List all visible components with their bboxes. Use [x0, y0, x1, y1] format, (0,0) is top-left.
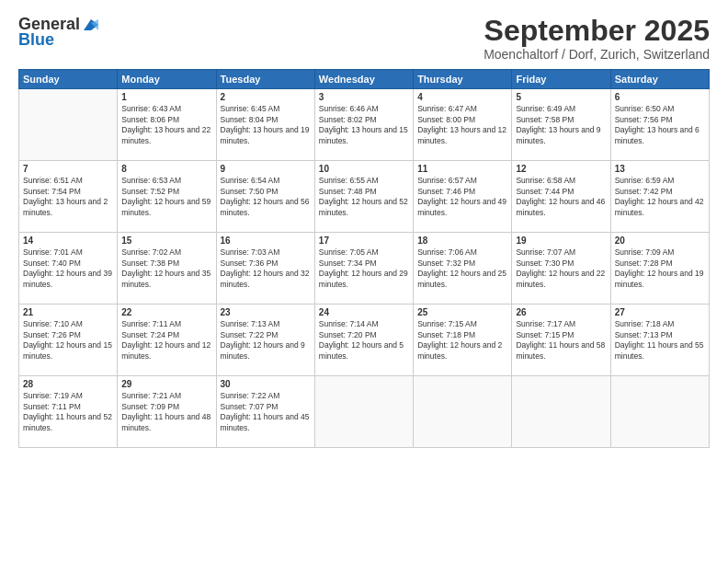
day-cell: 12Sunrise: 6:58 AMSunset: 7:44 PMDayligh… — [512, 161, 610, 233]
day-detail: Sunrise: 7:06 AMSunset: 7:32 PMDaylight:… — [417, 247, 507, 290]
day-number: 10 — [319, 164, 409, 174]
day-detail: Sunrise: 7:09 AMSunset: 7:28 PMDaylight:… — [615, 247, 705, 290]
day-number: 25 — [417, 307, 507, 317]
calendar-table: Sunday Monday Tuesday Wednesday Thursday… — [18, 69, 710, 448]
title-block: September 2025 Moenchaltorf / Dorf, Zuri… — [483, 15, 710, 62]
day-number: 6 — [615, 92, 705, 102]
day-cell: 23Sunrise: 7:13 AMSunset: 7:22 PMDayligh… — [216, 304, 314, 376]
day-cell — [19, 89, 118, 161]
day-detail: Sunrise: 6:59 AMSunset: 7:42 PMDaylight:… — [615, 176, 705, 218]
day-detail: Sunrise: 6:54 AMSunset: 7:50 PMDaylight:… — [221, 176, 311, 218]
day-cell: 3Sunrise: 6:46 AMSunset: 8:02 PMDaylight… — [314, 89, 413, 161]
day-detail: Sunrise: 6:50 AMSunset: 7:56 PMDaylight:… — [615, 104, 705, 146]
day-detail: Sunrise: 7:05 AMSunset: 7:34 PMDaylight:… — [319, 247, 409, 290]
day-detail: Sunrise: 7:11 AMSunset: 7:24 PMDaylight:… — [121, 319, 211, 362]
day-detail: Sunrise: 7:22 AMSunset: 7:07 PMDaylight:… — [221, 391, 311, 433]
day-number: 17 — [319, 236, 409, 246]
day-cell: 2Sunrise: 6:45 AMSunset: 8:04 PMDaylight… — [216, 89, 314, 161]
day-cell: 18Sunrise: 7:06 AMSunset: 7:32 PMDayligh… — [414, 233, 512, 304]
day-cell: 13Sunrise: 6:59 AMSunset: 7:42 PMDayligh… — [610, 161, 709, 233]
day-number: 24 — [319, 307, 409, 317]
day-number: 5 — [516, 92, 606, 102]
col-tuesday: Tuesday — [216, 70, 314, 89]
logo: General Blue — [18, 15, 100, 50]
day-number: 7 — [23, 164, 113, 174]
day-detail: Sunrise: 6:57 AMSunset: 7:46 PMDaylight:… — [417, 176, 507, 218]
day-cell: 5Sunrise: 6:49 AMSunset: 7:58 PMDaylight… — [512, 89, 610, 161]
col-monday: Monday — [118, 70, 216, 89]
day-number: 30 — [221, 379, 311, 389]
day-detail: Sunrise: 6:43 AMSunset: 8:06 PMDaylight:… — [121, 104, 211, 146]
day-cell: 4Sunrise: 6:47 AMSunset: 8:00 PMDaylight… — [414, 89, 512, 161]
day-cell — [512, 376, 610, 448]
day-detail: Sunrise: 7:17 AMSunset: 7:15 PMDaylight:… — [516, 319, 606, 362]
day-detail: Sunrise: 7:15 AMSunset: 7:18 PMDaylight:… — [417, 319, 507, 362]
day-cell — [314, 376, 413, 448]
day-cell: 28Sunrise: 7:19 AMSunset: 7:11 PMDayligh… — [19, 376, 118, 448]
week-row-0: 1Sunrise: 6:43 AMSunset: 8:06 PMDaylight… — [19, 89, 710, 161]
day-cell: 7Sunrise: 6:51 AMSunset: 7:54 PMDaylight… — [19, 161, 118, 233]
day-number: 16 — [221, 236, 311, 246]
day-cell: 25Sunrise: 7:15 AMSunset: 7:18 PMDayligh… — [414, 304, 512, 376]
day-number: 18 — [417, 236, 507, 246]
day-cell: 20Sunrise: 7:09 AMSunset: 7:28 PMDayligh… — [610, 233, 709, 304]
day-detail: Sunrise: 7:21 AMSunset: 7:09 PMDaylight:… — [121, 391, 211, 433]
day-cell: 24Sunrise: 7:14 AMSunset: 7:20 PMDayligh… — [314, 304, 413, 376]
day-detail: Sunrise: 7:03 AMSunset: 7:36 PMDaylight:… — [221, 247, 311, 290]
day-cell: 27Sunrise: 7:18 AMSunset: 7:13 PMDayligh… — [610, 304, 709, 376]
week-row-3: 21Sunrise: 7:10 AMSunset: 7:26 PMDayligh… — [19, 304, 710, 376]
day-cell: 21Sunrise: 7:10 AMSunset: 7:26 PMDayligh… — [19, 304, 118, 376]
day-number: 21 — [23, 307, 113, 317]
day-cell: 6Sunrise: 6:50 AMSunset: 7:56 PMDaylight… — [610, 89, 709, 161]
day-detail: Sunrise: 7:07 AMSunset: 7:30 PMDaylight:… — [516, 247, 606, 290]
day-number: 4 — [417, 92, 507, 102]
day-number: 19 — [516, 236, 606, 246]
day-number: 12 — [516, 164, 606, 174]
day-cell: 1Sunrise: 6:43 AMSunset: 8:06 PMDaylight… — [118, 89, 216, 161]
day-cell — [414, 376, 512, 448]
day-number: 14 — [23, 236, 113, 246]
header: General Blue September 2025 Moenchaltorf… — [18, 15, 710, 62]
day-number: 23 — [221, 307, 311, 317]
day-cell: 11Sunrise: 6:57 AMSunset: 7:46 PMDayligh… — [414, 161, 512, 233]
week-row-4: 28Sunrise: 7:19 AMSunset: 7:11 PMDayligh… — [19, 376, 710, 448]
day-number: 3 — [319, 92, 409, 102]
col-sunday: Sunday — [19, 70, 118, 89]
day-number: 11 — [417, 164, 507, 174]
col-saturday: Saturday — [610, 70, 709, 89]
day-detail: Sunrise: 7:18 AMSunset: 7:13 PMDaylight:… — [615, 319, 705, 362]
day-cell: 9Sunrise: 6:54 AMSunset: 7:50 PMDaylight… — [216, 161, 314, 233]
day-number: 8 — [121, 164, 211, 174]
day-number: 9 — [221, 164, 311, 174]
logo-blue: Blue — [18, 30, 54, 50]
day-number: 26 — [516, 307, 606, 317]
month-title: September 2025 — [483, 15, 710, 47]
day-number: 1 — [121, 92, 211, 102]
week-row-2: 14Sunrise: 7:01 AMSunset: 7:40 PMDayligh… — [19, 233, 710, 304]
col-thursday: Thursday — [414, 70, 512, 89]
day-detail: Sunrise: 6:46 AMSunset: 8:02 PMDaylight:… — [319, 104, 409, 146]
day-cell: 22Sunrise: 7:11 AMSunset: 7:24 PMDayligh… — [118, 304, 216, 376]
day-detail: Sunrise: 6:45 AMSunset: 8:04 PMDaylight:… — [221, 104, 311, 146]
day-cell: 29Sunrise: 7:21 AMSunset: 7:09 PMDayligh… — [118, 376, 216, 448]
header-row: Sunday Monday Tuesday Wednesday Thursday… — [19, 70, 710, 89]
day-detail: Sunrise: 7:13 AMSunset: 7:22 PMDaylight:… — [221, 319, 311, 362]
day-cell — [610, 376, 709, 448]
day-cell: 19Sunrise: 7:07 AMSunset: 7:30 PMDayligh… — [512, 233, 610, 304]
day-detail: Sunrise: 6:58 AMSunset: 7:44 PMDaylight:… — [516, 176, 606, 218]
day-cell: 10Sunrise: 6:55 AMSunset: 7:48 PMDayligh… — [314, 161, 413, 233]
day-cell: 26Sunrise: 7:17 AMSunset: 7:15 PMDayligh… — [512, 304, 610, 376]
day-detail: Sunrise: 6:55 AMSunset: 7:48 PMDaylight:… — [319, 176, 409, 218]
day-number: 20 — [615, 236, 705, 246]
col-wednesday: Wednesday — [314, 70, 413, 89]
day-cell: 15Sunrise: 7:02 AMSunset: 7:38 PMDayligh… — [118, 233, 216, 304]
day-detail: Sunrise: 7:19 AMSunset: 7:11 PMDaylight:… — [23, 391, 113, 433]
day-number: 22 — [121, 307, 211, 317]
day-number: 2 — [221, 92, 311, 102]
day-number: 27 — [615, 307, 705, 317]
day-cell: 8Sunrise: 6:53 AMSunset: 7:52 PMDaylight… — [118, 161, 216, 233]
day-detail: Sunrise: 6:49 AMSunset: 7:58 PMDaylight:… — [516, 104, 606, 146]
location: Moenchaltorf / Dorf, Zurich, Switzerland — [483, 47, 710, 62]
day-detail: Sunrise: 6:53 AMSunset: 7:52 PMDaylight:… — [121, 176, 211, 218]
day-detail: Sunrise: 6:51 AMSunset: 7:54 PMDaylight:… — [23, 176, 113, 218]
